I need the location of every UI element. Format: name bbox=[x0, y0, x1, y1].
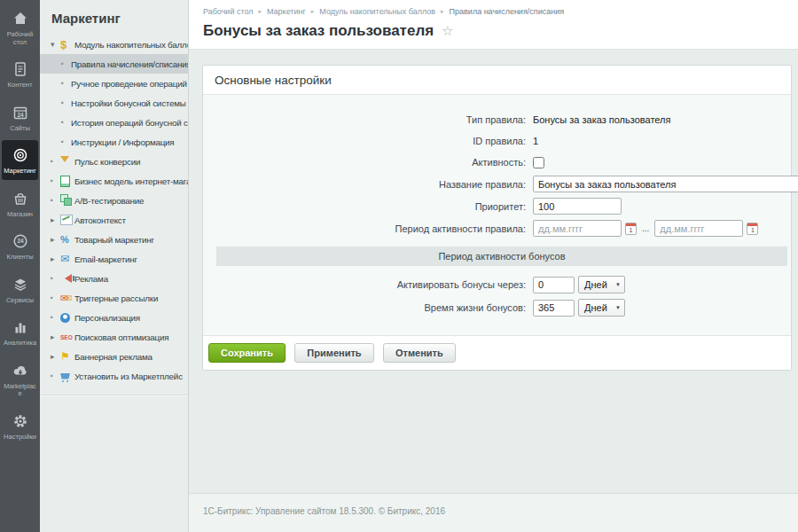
priority-label: Приоритет: bbox=[203, 201, 533, 212]
gear-icon bbox=[12, 412, 29, 430]
marketing-menu-panel: Маркетинг Модуль накопительных баллов Пр… bbox=[40, 0, 189, 532]
priority-row: Приоритет: bbox=[203, 198, 791, 215]
breadcrumb-item[interactable]: Маркетинг bbox=[267, 7, 306, 16]
megaphone-icon bbox=[60, 272, 74, 285]
rule-id-label: ID правила: bbox=[203, 136, 533, 146]
form-body: Тип правила: Бонусы за заказ пользовател… bbox=[203, 95, 791, 335]
rail-item-рабочий-стол[interactable]: Рабочий стол bbox=[2, 4, 38, 51]
tree-marker-icon bbox=[51, 333, 60, 341]
menu-item[interactable]: Реклама bbox=[40, 269, 188, 288]
priority-input[interactable] bbox=[533, 198, 622, 215]
content-area: Рабочий стол▸Маркетинг▸Модуль накопитель… bbox=[189, 0, 798, 532]
menu-item[interactable]: Пульс конверсии bbox=[40, 152, 188, 171]
content-header: Рабочий стол▸Маркетинг▸Модуль накопитель… bbox=[189, 0, 798, 49]
activate-after-input[interactable] bbox=[533, 277, 575, 293]
menu-item[interactable]: Ручное проведение операций bbox=[40, 74, 188, 93]
breadcrumb-item[interactable]: Правила начисления/списания bbox=[450, 7, 564, 16]
menu-item[interactable]: Email-маркетинг bbox=[40, 249, 188, 269]
seo-icon bbox=[60, 331, 74, 343]
menu-item[interactable]: A/B-тестирование bbox=[40, 191, 188, 210]
breadcrumb-item[interactable]: Рабочий стол bbox=[203, 7, 254, 16]
footer: 1С-Битрикс: Управление сайтом 18.5.300. … bbox=[189, 493, 798, 532]
tree-marker-icon bbox=[61, 60, 71, 68]
basket-icon bbox=[12, 190, 29, 207]
chevron-down-icon: ▼ bbox=[615, 282, 621, 287]
percent-icon bbox=[60, 233, 74, 246]
calendar-icon[interactable] bbox=[747, 223, 758, 235]
footer-text: 1С-Битрикс: Управление сайтом 18.5.300. … bbox=[203, 506, 445, 516]
rail-item-marketplace[interactable]: Marketplace bbox=[2, 356, 38, 403]
chevron-down-icon: ▼ bbox=[615, 305, 621, 310]
lifetime-input[interactable] bbox=[533, 300, 575, 317]
rail-item-контент[interactable]: Контент bbox=[2, 54, 38, 94]
rail-item-маркетинг[interactable]: Маркетинг bbox=[2, 140, 38, 180]
menu-item[interactable]: Поисковая оптимизация bbox=[40, 327, 188, 347]
menu-item[interactable]: Персонализация bbox=[40, 308, 188, 327]
menu-item[interactable]: История операций бонусной системы bbox=[40, 113, 188, 132]
activity-row: Активность: bbox=[203, 154, 791, 170]
form-tab-title: Основные настройки bbox=[203, 66, 791, 95]
rule-name-input[interactable] bbox=[533, 176, 798, 192]
menu-item[interactable]: Правила начисления/списания bbox=[40, 54, 188, 74]
settings-form: Основные настройки Тип правила: Бонусы з… bbox=[202, 65, 792, 371]
rule-type-value: Бонусы за заказ пользователя bbox=[533, 114, 670, 125]
rail-item-настройки[interactable]: Настройки bbox=[2, 406, 38, 446]
period-to-input[interactable] bbox=[654, 220, 743, 237]
activate-unit-select[interactable]: Дней ▼ bbox=[578, 276, 625, 293]
rule-name-row: Название правила: bbox=[203, 176, 791, 192]
menu-item[interactable]: Товарный маркетинг bbox=[40, 230, 188, 249]
activity-checkbox[interactable] bbox=[533, 157, 544, 168]
tree-marker-icon bbox=[61, 119, 71, 127]
tree-marker-icon bbox=[51, 275, 60, 283]
rule-id-row: ID правила: 1 bbox=[203, 133, 791, 149]
menu-item[interactable]: Установить из Маркетплейс bbox=[40, 366, 188, 386]
lifetime-unit-value: Дней bbox=[584, 302, 607, 313]
activity-label: Активность: bbox=[203, 157, 533, 168]
personalization-icon bbox=[60, 311, 74, 324]
svg-text:24: 24 bbox=[17, 238, 24, 244]
clients-24-icon: 24 bbox=[12, 232, 29, 250]
cancel-button[interactable]: Отменить bbox=[383, 343, 456, 363]
lifetime-unit-select[interactable]: Дней ▼ bbox=[578, 299, 625, 317]
tree-marker-icon bbox=[61, 80, 71, 88]
tree-marker-icon bbox=[61, 138, 71, 146]
save-button[interactable]: Сохранить bbox=[208, 343, 286, 363]
bitrix-admin-app: Рабочий стол Контент 24 Сайты Маркетинг … bbox=[0, 0, 798, 532]
menu-item[interactable]: Модуль накопительных баллов bbox=[40, 35, 188, 54]
menu-item[interactable]: Настройки бонусной системы bbox=[40, 93, 188, 113]
rail-item-сервисы[interactable]: Сервисы bbox=[2, 270, 38, 309]
cloud-download-icon bbox=[12, 362, 29, 379]
favorite-star-icon[interactable]: ☆ bbox=[442, 23, 453, 39]
breadcrumb-item[interactable]: Модуль накопительных баллов bbox=[319, 7, 435, 16]
tree-marker-icon bbox=[51, 314, 60, 322]
breadcrumb-separator-icon: ▸ bbox=[259, 8, 262, 15]
tree-marker-icon bbox=[51, 41, 60, 49]
chart-bars-icon bbox=[12, 318, 29, 336]
rail-item-магазин[interactable]: Магазин bbox=[2, 184, 38, 223]
menu-items: Модуль накопительных баллов Правила начи… bbox=[40, 35, 188, 386]
rail-item-сайты[interactable]: 24 Сайты bbox=[2, 98, 38, 137]
rule-period-row: Период активности правила: ... bbox=[203, 220, 791, 237]
calendar-icon[interactable] bbox=[625, 223, 637, 235]
form-buttons-bar: Сохранить Применить Отменить bbox=[203, 335, 791, 370]
mailings-icon bbox=[60, 292, 74, 304]
menu-item[interactable]: Бизнес модель интернет-магазина bbox=[40, 171, 188, 191]
apply-button[interactable]: Применить bbox=[294, 343, 373, 363]
banner-flag-icon bbox=[60, 350, 74, 363]
menu-item[interactable]: Триггерные рассылки bbox=[40, 288, 188, 308]
funnel-icon bbox=[60, 155, 74, 168]
menu-item[interactable]: Автоконтекст bbox=[40, 210, 188, 230]
rail-item-клиенты[interactable]: 24 Клиенты bbox=[2, 226, 38, 266]
document-icon bbox=[12, 60, 29, 78]
lifetime-label: Время жизни бонусов: bbox=[203, 302, 533, 313]
rail-item-аналитика[interactable]: Аналитика bbox=[2, 312, 38, 352]
menu-item[interactable]: Баннерная реклама bbox=[40, 347, 188, 366]
rule-name-label: Название правила: bbox=[203, 179, 533, 190]
menu-item[interactable]: Инструкции / Информация bbox=[40, 132, 188, 152]
menu-title: Маркетинг bbox=[40, 7, 188, 35]
period-from-input[interactable] bbox=[533, 220, 622, 237]
rule-type-label: Тип правила: bbox=[203, 114, 533, 125]
activate-unit-value: Дней bbox=[584, 279, 607, 290]
tree-marker-icon bbox=[51, 236, 60, 244]
activate-after-row: Активировать бонусы через: Дней ▼ bbox=[203, 276, 791, 293]
